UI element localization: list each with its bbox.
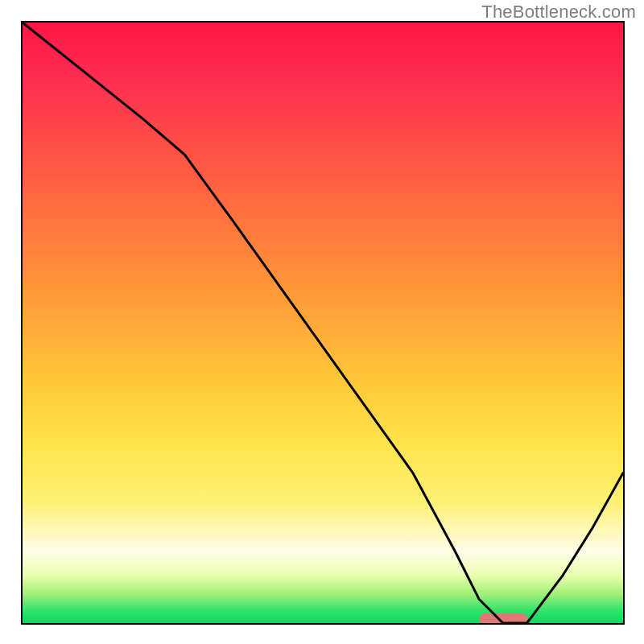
watermark-text: TheBottleneck.com xyxy=(481,2,636,23)
plot-area xyxy=(21,21,625,625)
curve-svg xyxy=(23,23,623,623)
bottleneck-curve-path xyxy=(23,23,623,623)
chart-stage: TheBottleneck.com xyxy=(0,0,644,644)
